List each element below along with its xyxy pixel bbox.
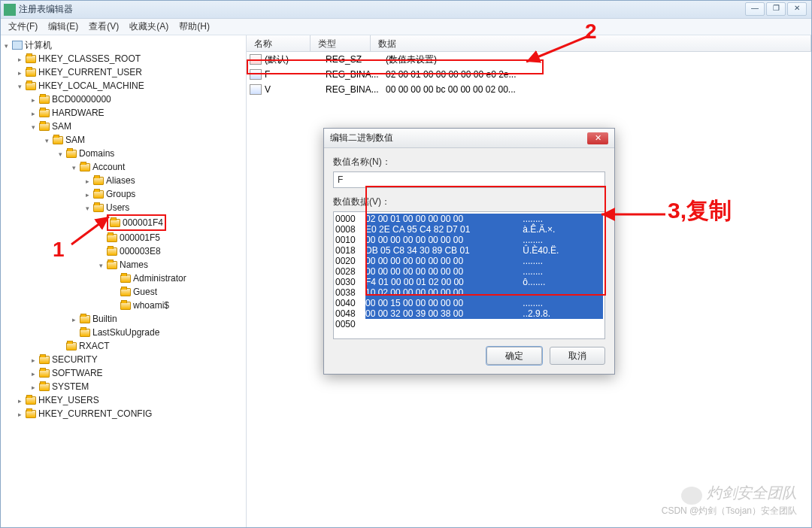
hex-ascii[interactable]: Û.È40.Ë. bbox=[520, 245, 603, 256]
hex-bytes[interactable]: 00 00 32 00 39 00 38 00 bbox=[365, 308, 520, 319]
tree-account[interactable]: Account bbox=[92, 162, 125, 172]
expand-icon[interactable]: ▸ bbox=[29, 384, 38, 393]
col-data[interactable]: 数据 bbox=[371, 35, 811, 51]
cancel-button[interactable]: 取消 bbox=[550, 347, 605, 365]
tree-hku[interactable]: HKEY_USERS bbox=[38, 395, 99, 405]
tree-hkcu[interactable]: HKEY_CURRENT_USER bbox=[38, 67, 142, 77]
folder-icon bbox=[107, 247, 117, 256]
maximize-button[interactable]: ❐ bbox=[766, 2, 786, 16]
hex-editor[interactable]: 000002 00 01 00 00 00 00 00 ........0008… bbox=[333, 211, 605, 339]
tree-groups[interactable]: Groups bbox=[106, 189, 135, 199]
tree-user-3e8[interactable]: 000003E8 bbox=[120, 246, 161, 256]
tree-hardware[interactable]: HARDWARE bbox=[52, 108, 105, 118]
hex-bytes[interactable]: 00 00 00 00 00 00 00 00 bbox=[365, 256, 520, 266]
tree-administrator[interactable]: Administrator bbox=[133, 273, 186, 284]
minimize-button[interactable]: — bbox=[745, 2, 765, 16]
expand-icon[interactable]: ▸ bbox=[16, 411, 24, 420]
folder-icon bbox=[120, 275, 131, 283]
hex-ascii[interactable]: ........ bbox=[520, 235, 603, 245]
expand-icon[interactable]: ▸ bbox=[83, 192, 92, 200]
ok-button[interactable]: 确定 bbox=[486, 347, 542, 365]
expand-icon[interactable]: ▾ bbox=[16, 83, 24, 92]
col-name[interactable]: 名称 bbox=[247, 35, 311, 51]
hex-bytes[interactable]: 00 00 00 00 00 00 00 00 bbox=[365, 235, 520, 245]
tree-bcd[interactable]: BCD00000000 bbox=[52, 94, 111, 105]
expand-icon[interactable]: ▸ bbox=[16, 398, 24, 406]
hex-ascii[interactable]: ô....... bbox=[520, 277, 603, 287]
expand-icon[interactable]: ▸ bbox=[29, 111, 38, 119]
folder-icon bbox=[93, 177, 104, 185]
binary-value-icon bbox=[250, 84, 262, 95]
hex-bytes[interactable]: 10 02 00 00 00 00 00 00 bbox=[365, 287, 520, 298]
tree-security[interactable]: SECURITY bbox=[52, 354, 98, 365]
hex-bytes[interactable] bbox=[365, 319, 520, 329]
hex-bytes[interactable]: E0 2E CA 95 C4 82 D7 01 bbox=[365, 224, 520, 235]
col-type[interactable]: 类型 bbox=[311, 35, 371, 51]
expand-icon[interactable]: ▸ bbox=[29, 97, 38, 105]
list-row[interactable]: FREG_BINA...02 00 01 00 00 00 00 00 e0 2… bbox=[247, 67, 811, 82]
expand-icon[interactable]: ▾ bbox=[43, 138, 51, 146]
expand-icon[interactable]: ▾ bbox=[2, 43, 11, 51]
value-name-input[interactable] bbox=[333, 171, 605, 188]
row-name: (默认) bbox=[265, 53, 326, 66]
hex-bytes[interactable]: 00 00 15 00 00 00 00 00 bbox=[365, 298, 520, 308]
tree-sam-inner[interactable]: SAM bbox=[65, 135, 85, 145]
tree-software[interactable]: SOFTWARE bbox=[52, 368, 103, 378]
hex-ascii[interactable]: ........ bbox=[520, 256, 603, 266]
hex-ascii[interactable]: ........ bbox=[520, 266, 603, 277]
blank-icon bbox=[111, 276, 119, 284]
tree-hklm[interactable]: HKEY_LOCAL_MACHINE bbox=[38, 80, 144, 91]
dialog-titlebar[interactable]: 编辑二进制数值 ✕ bbox=[324, 129, 614, 148]
tree-names[interactable]: Names bbox=[120, 259, 148, 270]
hex-bytes[interactable]: F4 01 00 00 01 02 00 00 bbox=[365, 277, 520, 287]
tree-whoami[interactable]: whoami$ bbox=[133, 300, 169, 311]
tree-aliases[interactable]: Aliases bbox=[106, 175, 135, 186]
hex-bytes[interactable]: 02 00 01 00 00 00 00 00 bbox=[365, 214, 520, 224]
hex-ascii[interactable]: à.Ê.Ä.×. bbox=[520, 224, 603, 235]
hex-bytes[interactable]: 00 00 00 00 00 00 00 00 bbox=[365, 266, 520, 277]
hex-ascii[interactable]: ..2.9.8. bbox=[520, 308, 603, 319]
menu-edit[interactable]: 编辑(E) bbox=[44, 19, 83, 35]
titlebar: 注册表编辑器 — ❐ ✕ bbox=[1, 1, 811, 19]
expand-icon[interactable]: ▸ bbox=[83, 178, 92, 187]
menu-file[interactable]: 文件(F) bbox=[4, 19, 42, 35]
expand-icon[interactable]: ▾ bbox=[83, 205, 92, 214]
tree-user-1f4[interactable]: 000001F4 bbox=[123, 217, 163, 228]
menu-favorites[interactable]: 收藏夹(A) bbox=[125, 19, 173, 35]
tree-users[interactable]: Users bbox=[106, 202, 129, 213]
tree-system[interactable]: SYSTEM bbox=[52, 381, 89, 392]
menu-view[interactable]: 查看(V) bbox=[84, 19, 123, 35]
close-button[interactable]: ✕ bbox=[787, 2, 807, 16]
expand-icon[interactable]: ▸ bbox=[16, 70, 24, 78]
expand-icon[interactable]: ▸ bbox=[29, 357, 38, 366]
hex-ascii[interactable]: ........ bbox=[520, 214, 603, 224]
tree-root[interactable]: 计算机 bbox=[25, 40, 52, 50]
tree-user-1f5[interactable]: 000001F5 bbox=[120, 232, 160, 243]
tree-guest[interactable]: Guest bbox=[133, 287, 157, 297]
hex-ascii[interactable]: ........ bbox=[520, 298, 603, 308]
hex-bytes[interactable]: DB 05 C8 34 30 89 CB 01 bbox=[365, 245, 520, 256]
tree-lastsku[interactable]: LastSkuUpgrade bbox=[92, 327, 159, 338]
tree-sam[interactable]: SAM bbox=[52, 121, 71, 132]
tree-rxact[interactable]: RXACT bbox=[79, 341, 110, 351]
expand-icon[interactable]: ▾ bbox=[70, 165, 78, 173]
expand-icon[interactable]: ▸ bbox=[29, 371, 38, 379]
expand-icon[interactable]: ▾ bbox=[97, 262, 105, 271]
tree-builtin[interactable]: Builtin bbox=[92, 314, 117, 324]
expand-icon[interactable]: ▸ bbox=[70, 317, 78, 325]
list-row[interactable]: VREG_BINA...00 00 00 00 bc 00 00 00 02 0… bbox=[247, 82, 811, 97]
hex-ascii[interactable] bbox=[520, 319, 603, 329]
dialog-close-button[interactable]: ✕ bbox=[587, 132, 608, 144]
tree-hkcr[interactable]: HKEY_CLASSES_ROOT bbox=[38, 53, 141, 64]
menu-help[interactable]: 帮助(H) bbox=[174, 19, 214, 35]
hex-offset: 0030 bbox=[335, 277, 365, 287]
tree-panel[interactable]: ▾计算机 ▸HKEY_CLASSES_ROOT ▸HKEY_CURRENT_US… bbox=[1, 35, 247, 527]
expand-icon[interactable]: ▸ bbox=[16, 56, 24, 65]
hex-ascii[interactable]: ........ bbox=[520, 287, 603, 298]
tree-domains[interactable]: Domains bbox=[79, 148, 114, 159]
tree-hkcc[interactable]: HKEY_CURRENT_CONFIG bbox=[38, 408, 152, 419]
folder-icon bbox=[26, 396, 36, 405]
list-row[interactable]: (默认)REG_SZ(数值未设置) bbox=[247, 52, 811, 67]
expand-icon[interactable]: ▾ bbox=[56, 151, 65, 159]
expand-icon[interactable]: ▾ bbox=[29, 124, 38, 132]
